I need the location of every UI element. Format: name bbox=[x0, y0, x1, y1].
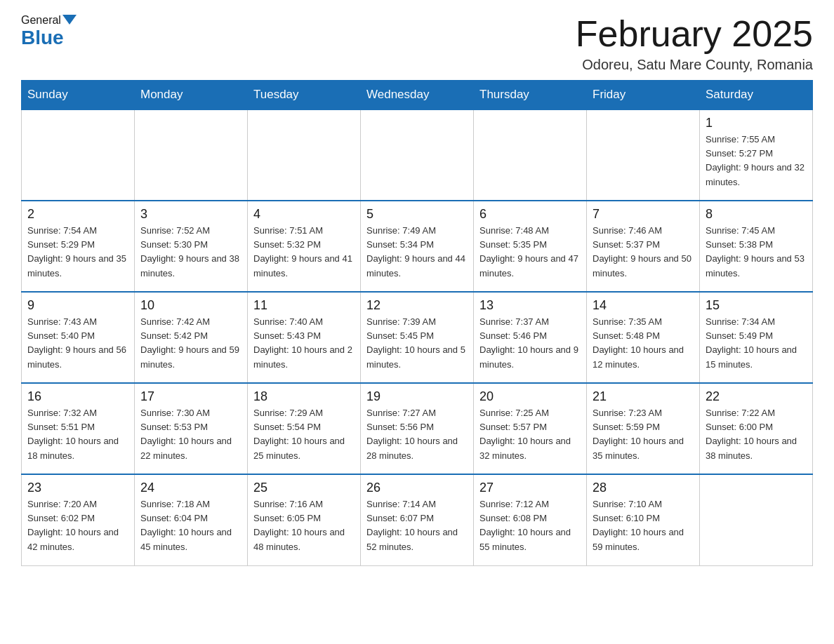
day-info: Sunrise: 7:18 AMSunset: 6:04 PMDaylight:… bbox=[140, 497, 241, 554]
calendar-cell: 3Sunrise: 7:52 AMSunset: 5:30 PMDaylight… bbox=[135, 201, 248, 292]
calendar-cell: 2Sunrise: 7:54 AMSunset: 5:29 PMDaylight… bbox=[22, 201, 135, 292]
header-row: Sunday Monday Tuesday Wednesday Thursday… bbox=[22, 81, 813, 110]
day-number: 4 bbox=[253, 207, 355, 222]
day-number: 19 bbox=[366, 389, 468, 404]
calendar-cell: 4Sunrise: 7:51 AMSunset: 5:32 PMDaylight… bbox=[248, 201, 361, 292]
day-number: 24 bbox=[140, 481, 241, 495]
calendar-cell: 24Sunrise: 7:18 AMSunset: 6:04 PMDayligh… bbox=[135, 474, 248, 565]
calendar-cell: 12Sunrise: 7:39 AMSunset: 5:45 PMDayligh… bbox=[361, 292, 474, 383]
calendar-cell: 11Sunrise: 7:40 AMSunset: 5:43 PMDayligh… bbox=[248, 292, 361, 383]
day-info: Sunrise: 7:46 AMSunset: 5:37 PMDaylight:… bbox=[593, 224, 694, 281]
calendar-cell: 5Sunrise: 7:49 AMSunset: 5:34 PMDaylight… bbox=[361, 201, 474, 292]
day-info: Sunrise: 7:39 AMSunset: 5:45 PMDaylight:… bbox=[366, 315, 468, 372]
calendar-week-2: 2Sunrise: 7:54 AMSunset: 5:29 PMDaylight… bbox=[22, 201, 813, 292]
day-number: 9 bbox=[27, 298, 128, 313]
calendar-cell bbox=[22, 109, 135, 201]
day-info: Sunrise: 7:23 AMSunset: 5:59 PMDaylight:… bbox=[593, 406, 694, 463]
day-info: Sunrise: 7:42 AMSunset: 5:42 PMDaylight:… bbox=[140, 315, 241, 372]
day-info: Sunrise: 7:54 AMSunset: 5:29 PMDaylight:… bbox=[27, 224, 128, 281]
day-info: Sunrise: 7:27 AMSunset: 5:56 PMDaylight:… bbox=[366, 406, 468, 463]
calendar-body: 1Sunrise: 7:55 AMSunset: 5:27 PMDaylight… bbox=[22, 109, 813, 565]
day-number: 5 bbox=[366, 207, 468, 222]
day-info: Sunrise: 7:16 AMSunset: 6:05 PMDaylight:… bbox=[253, 497, 355, 554]
calendar-cell bbox=[361, 109, 474, 201]
day-number: 16 bbox=[27, 389, 128, 404]
day-number: 3 bbox=[140, 207, 241, 222]
calendar-cell: 20Sunrise: 7:25 AMSunset: 5:57 PMDayligh… bbox=[474, 383, 587, 474]
day-number: 21 bbox=[593, 389, 694, 404]
day-info: Sunrise: 7:48 AMSunset: 5:35 PMDaylight:… bbox=[479, 224, 581, 281]
day-info: Sunrise: 7:10 AMSunset: 6:10 PMDaylight:… bbox=[593, 497, 694, 554]
day-number: 12 bbox=[366, 298, 468, 313]
day-number: 1 bbox=[706, 116, 807, 130]
calendar-week-1: 1Sunrise: 7:55 AMSunset: 5:27 PMDaylight… bbox=[22, 109, 813, 201]
col-sunday: Sunday bbox=[22, 81, 135, 110]
day-info: Sunrise: 7:12 AMSunset: 6:08 PMDaylight:… bbox=[479, 497, 581, 554]
calendar-cell: 27Sunrise: 7:12 AMSunset: 6:08 PMDayligh… bbox=[474, 474, 587, 565]
day-info: Sunrise: 7:45 AMSunset: 5:38 PMDaylight:… bbox=[706, 224, 807, 281]
day-number: 7 bbox=[593, 207, 694, 222]
title-block: February 2025 Odoreu, Satu Mare County, … bbox=[576, 14, 813, 73]
logo-blue-text: Blue bbox=[21, 27, 64, 49]
day-info: Sunrise: 7:34 AMSunset: 5:49 PMDaylight:… bbox=[706, 315, 807, 372]
calendar-cell: 9Sunrise: 7:43 AMSunset: 5:40 PMDaylight… bbox=[22, 292, 135, 383]
day-number: 26 bbox=[366, 481, 468, 495]
calendar-cell: 23Sunrise: 7:20 AMSunset: 6:02 PMDayligh… bbox=[22, 474, 135, 565]
col-wednesday: Wednesday bbox=[361, 81, 474, 110]
day-info: Sunrise: 7:32 AMSunset: 5:51 PMDaylight:… bbox=[27, 406, 128, 463]
day-number: 28 bbox=[593, 481, 694, 495]
calendar-cell bbox=[248, 109, 361, 201]
calendar-cell: 26Sunrise: 7:14 AMSunset: 6:07 PMDayligh… bbox=[361, 474, 474, 565]
logo-triangle-icon bbox=[62, 15, 77, 25]
calendar-cell: 18Sunrise: 7:29 AMSunset: 5:54 PMDayligh… bbox=[248, 383, 361, 474]
day-number: 23 bbox=[27, 481, 128, 495]
calendar-week-3: 9Sunrise: 7:43 AMSunset: 5:40 PMDaylight… bbox=[22, 292, 813, 383]
day-number: 27 bbox=[479, 481, 581, 495]
calendar-cell: 14Sunrise: 7:35 AMSunset: 5:48 PMDayligh… bbox=[587, 292, 700, 383]
day-info: Sunrise: 7:14 AMSunset: 6:07 PMDaylight:… bbox=[366, 497, 468, 554]
calendar-title: February 2025 bbox=[576, 14, 813, 54]
calendar-cell: 17Sunrise: 7:30 AMSunset: 5:53 PMDayligh… bbox=[135, 383, 248, 474]
calendar-cell: 22Sunrise: 7:22 AMSunset: 6:00 PMDayligh… bbox=[700, 383, 813, 474]
col-thursday: Thursday bbox=[474, 81, 587, 110]
day-info: Sunrise: 7:22 AMSunset: 6:00 PMDaylight:… bbox=[706, 406, 807, 463]
day-number: 8 bbox=[706, 207, 807, 222]
day-info: Sunrise: 7:52 AMSunset: 5:30 PMDaylight:… bbox=[140, 224, 241, 281]
calendar-cell bbox=[700, 474, 813, 565]
day-info: Sunrise: 7:43 AMSunset: 5:40 PMDaylight:… bbox=[27, 315, 128, 372]
calendar-cell bbox=[474, 109, 587, 201]
calendar-subtitle: Odoreu, Satu Mare County, Romania bbox=[576, 57, 813, 73]
calendar-cell: 7Sunrise: 7:46 AMSunset: 5:37 PMDaylight… bbox=[587, 201, 700, 292]
day-number: 14 bbox=[593, 298, 694, 313]
col-saturday: Saturday bbox=[700, 81, 813, 110]
calendar-week-4: 16Sunrise: 7:32 AMSunset: 5:51 PMDayligh… bbox=[22, 383, 813, 474]
day-number: 17 bbox=[140, 389, 241, 404]
calendar-header: Sunday Monday Tuesday Wednesday Thursday… bbox=[22, 81, 813, 110]
day-number: 22 bbox=[706, 389, 807, 404]
day-info: Sunrise: 7:55 AMSunset: 5:27 PMDaylight:… bbox=[706, 133, 807, 189]
page-header: General Blue February 2025 Odoreu, Satu … bbox=[21, 14, 813, 73]
day-number: 15 bbox=[706, 298, 807, 313]
calendar-cell: 28Sunrise: 7:10 AMSunset: 6:10 PMDayligh… bbox=[587, 474, 700, 565]
day-info: Sunrise: 7:37 AMSunset: 5:46 PMDaylight:… bbox=[479, 315, 581, 372]
day-info: Sunrise: 7:40 AMSunset: 5:43 PMDaylight:… bbox=[253, 315, 355, 372]
day-number: 20 bbox=[479, 389, 581, 404]
calendar-cell: 16Sunrise: 7:32 AMSunset: 5:51 PMDayligh… bbox=[22, 383, 135, 474]
day-info: Sunrise: 7:25 AMSunset: 5:57 PMDaylight:… bbox=[479, 406, 581, 463]
calendar-week-5: 23Sunrise: 7:20 AMSunset: 6:02 PMDayligh… bbox=[22, 474, 813, 565]
calendar-cell: 19Sunrise: 7:27 AMSunset: 5:56 PMDayligh… bbox=[361, 383, 474, 474]
day-info: Sunrise: 7:20 AMSunset: 6:02 PMDaylight:… bbox=[27, 497, 128, 554]
day-number: 11 bbox=[253, 298, 355, 313]
day-number: 6 bbox=[479, 207, 581, 222]
day-number: 13 bbox=[479, 298, 581, 313]
day-info: Sunrise: 7:30 AMSunset: 5:53 PMDaylight:… bbox=[140, 406, 241, 463]
day-number: 18 bbox=[253, 389, 355, 404]
day-info: Sunrise: 7:29 AMSunset: 5:54 PMDaylight:… bbox=[253, 406, 355, 463]
calendar-cell: 25Sunrise: 7:16 AMSunset: 6:05 PMDayligh… bbox=[248, 474, 361, 565]
logo: General Blue bbox=[21, 14, 77, 49]
calendar-cell: 8Sunrise: 7:45 AMSunset: 5:38 PMDaylight… bbox=[700, 201, 813, 292]
day-info: Sunrise: 7:51 AMSunset: 5:32 PMDaylight:… bbox=[253, 224, 355, 281]
calendar-cell bbox=[135, 109, 248, 201]
calendar-cell: 10Sunrise: 7:42 AMSunset: 5:42 PMDayligh… bbox=[135, 292, 248, 383]
calendar-table: Sunday Monday Tuesday Wednesday Thursday… bbox=[21, 80, 813, 566]
